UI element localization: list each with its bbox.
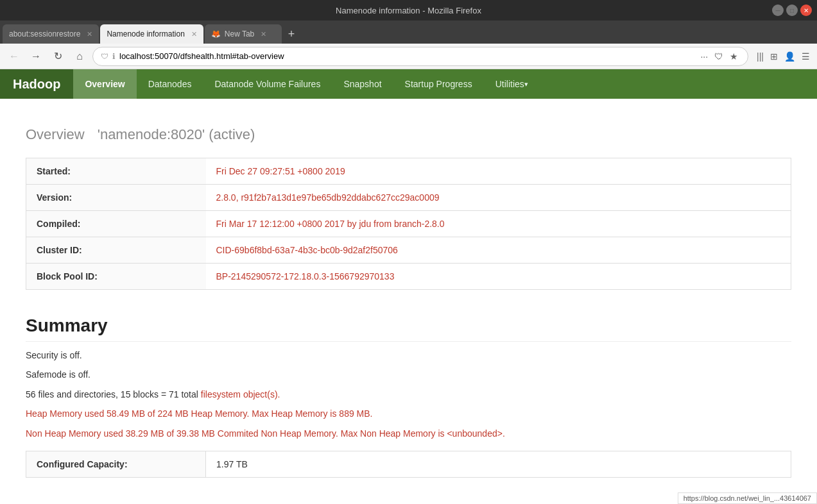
tab-session-restore[interactable]: about:sessionrestore ✕	[3, 24, 99, 44]
tab-close-icon[interactable]: ✕	[87, 30, 92, 38]
window-title: Namenode information - Mozilla Firefox	[336, 6, 481, 15]
info-icon: ℹ	[112, 52, 116, 61]
firefox-icon: 🦊	[211, 29, 221, 38]
bookmark-button[interactable]: ★	[728, 49, 740, 63]
hadoop-logo: Hadoop	[0, 69, 73, 99]
split-view-button[interactable]: ⊞	[768, 49, 780, 63]
tab-close-icon[interactable]: ✕	[191, 30, 197, 38]
status-text: https://blog.csdn.net/wei_lin_...4361406…	[684, 494, 811, 497]
safemode-text: Safemode is off.	[26, 367, 791, 382]
filesystem-link[interactable]: filesystem object(s).	[201, 389, 280, 399]
capacity-value: 1.97 TB	[206, 451, 791, 477]
summary-title: Summary	[26, 315, 791, 342]
row-label: Started:	[26, 158, 206, 185]
nav-snapshot[interactable]: Snapshot	[332, 69, 393, 99]
capacity-table: Configured Capacity: 1.97 TB	[26, 451, 791, 478]
tab-namenode[interactable]: Namenode information ✕	[100, 24, 203, 44]
lock-icon: 🛡	[101, 52, 108, 61]
table-row: Compiled:Fri Mar 17 12:12:00 +0800 2017 …	[26, 211, 791, 237]
back-button[interactable]: ←	[5, 47, 23, 65]
address-input[interactable]	[119, 51, 694, 61]
table-row: Block Pool ID:BP-2145290572-172.18.0.3-1…	[26, 264, 791, 290]
minimize-button[interactable]: ─	[772, 4, 784, 16]
nav-overview[interactable]: Overview	[73, 69, 136, 99]
tab-label: New Tab	[225, 29, 254, 38]
table-row: Configured Capacity: 1.97 TB	[26, 451, 791, 477]
row-label: Compiled:	[26, 211, 206, 237]
table-row: Started:Fri Dec 27 09:27:51 +0800 2019	[26, 158, 791, 185]
hadoop-nav: Hadoop Overview Datanodes Datanode Volum…	[0, 69, 817, 99]
row-value: 2.8.0, r91f2b7a13d1e97be65db92ddabc627cc…	[206, 185, 791, 211]
nav-utilities[interactable]: Utilities	[484, 69, 540, 99]
row-value: Fri Dec 27 09:27:51 +0800 2019	[206, 158, 791, 185]
heap-text: Heap Memory used 58.49 MB of 224 MB Heap…	[26, 407, 791, 421]
menu-button[interactable]: ☰	[800, 49, 812, 63]
row-value: Fri Mar 17 12:12:00 +0800 2017 by jdu fr…	[206, 211, 791, 237]
row-label: Cluster ID:	[26, 237, 206, 264]
tabs-bar: about:sessionrestore ✕ Namenode informat…	[0, 21, 817, 44]
maximize-button[interactable]: □	[786, 4, 798, 16]
table-row: Version:2.8.0, r91f2b7a13d1e97be65db92dd…	[26, 185, 791, 211]
row-value: CID-69b6f8bd-63a7-4b3c-bc0b-9d2af2f50706	[206, 237, 791, 264]
page-title: Overview 'namenode:8020' (active)	[26, 118, 791, 145]
tab-label: about:sessionrestore	[9, 29, 80, 38]
close-button[interactable]: ✕	[800, 4, 812, 16]
nav-startup-progress[interactable]: Startup Progress	[393, 69, 484, 99]
tab-close-icon[interactable]: ✕	[261, 30, 266, 38]
nav-datanodes[interactable]: Datanodes	[137, 69, 203, 99]
row-label: Version:	[26, 185, 206, 211]
main-content: Overview 'namenode:8020' (active) Starte…	[0, 99, 817, 497]
table-row: Cluster ID:CID-69b6f8bd-63a7-4b3c-bc0b-9…	[26, 237, 791, 264]
filesystem-text: 56 files and directories, 15 blocks = 71…	[26, 387, 791, 401]
row-label: Block Pool ID:	[26, 264, 206, 290]
new-tab-button[interactable]: +	[283, 24, 300, 44]
overview-table: Started:Fri Dec 27 09:27:51 +0800 2019Ve…	[26, 158, 791, 290]
address-bar: ← → ↻ ⌂ 🛡 ℹ ··· 🛡 ★ ||| ⊞ 👤 ☰	[0, 44, 817, 69]
pocket-button[interactable]: 🛡	[712, 49, 725, 63]
titlebar: Namenode information - Mozilla Firefox ─…	[0, 0, 817, 21]
address-input-wrap: 🛡 ℹ ··· 🛡 ★	[92, 47, 748, 66]
address-actions: ··· 🛡 ★	[698, 49, 740, 63]
browser-actions: ||| ⊞ 👤 ☰	[755, 49, 812, 63]
row-value: BP-2145290572-172.18.0.3-1566792970133	[206, 264, 791, 290]
status-bar: https://blog.csdn.net/wei_lin_...4361406…	[678, 492, 817, 497]
tab-newtab[interactable]: 🦊 New Tab ✕	[205, 24, 282, 44]
tab-label: Namenode information	[107, 29, 184, 38]
nonheap-text: Non Heap Memory used 38.29 MB of 39.38 M…	[26, 426, 791, 441]
account-button[interactable]: 👤	[782, 49, 797, 63]
forward-button[interactable]: →	[27, 47, 45, 65]
reload-button[interactable]: ↻	[49, 47, 67, 65]
window-controls: ─ □ ✕	[772, 4, 812, 16]
extensions-button[interactable]: |||	[755, 49, 766, 63]
nav-datanode-volume-failures[interactable]: Datanode Volume Failures	[203, 69, 332, 99]
home-button[interactable]: ⌂	[71, 47, 89, 65]
summary-content: Security is off. Safemode is off. 56 fil…	[26, 348, 791, 441]
reader-mode-button[interactable]: ···	[698, 49, 710, 63]
capacity-label: Configured Capacity:	[26, 451, 206, 477]
security-text: Security is off.	[26, 348, 791, 362]
